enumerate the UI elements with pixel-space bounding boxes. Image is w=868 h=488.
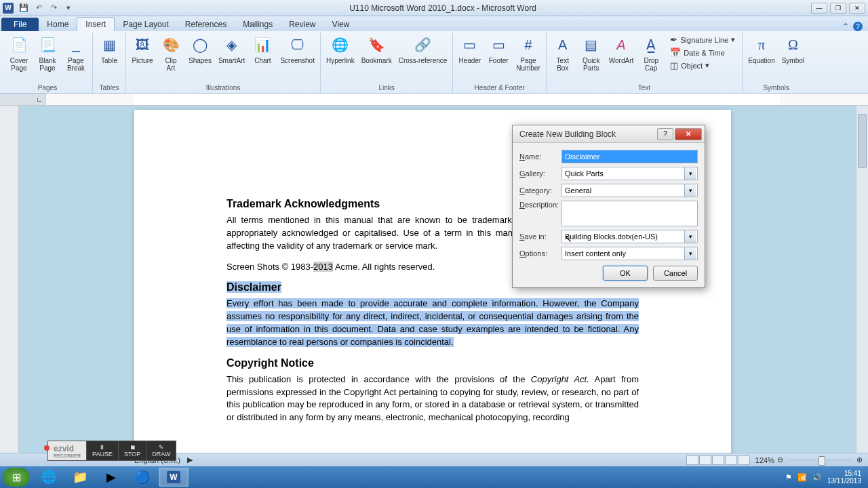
shapes-button[interactable]: ◯Shapes	[186, 33, 214, 66]
taskbar-word-button[interactable]: W	[159, 468, 189, 487]
recorder-pause-button[interactable]: ⏸PAUSE	[86, 441, 118, 460]
screenshot-icon: 🖵	[287, 34, 309, 56]
chart-button[interactable]: 📊Chart	[249, 33, 276, 66]
heading-copyright: Copyright Notice	[226, 357, 639, 369]
view-outline-button[interactable]	[725, 455, 737, 465]
minimize-button[interactable]: —	[811, 3, 827, 14]
ruler-vertical[interactable]	[0, 106, 19, 455]
screenshot-button[interactable]: 🖵Screenshot	[277, 33, 317, 66]
zoom-out-button[interactable]: ⊖	[777, 455, 783, 464]
tab-file[interactable]: File	[1, 18, 39, 31]
symbol-button[interactable]: ΩSymbol	[779, 33, 807, 66]
dialog-title: Create New Building Block	[519, 129, 657, 139]
header-icon: ▭	[459, 34, 481, 56]
taskbar-ie-button[interactable]: 🌐	[34, 468, 64, 487]
table-button[interactable]: ▦Table	[96, 33, 123, 66]
help-icon[interactable]: ?	[853, 22, 863, 31]
label-save-in: Save in:	[519, 232, 561, 241]
recorder-overlay: ezvidRECORDER ⏸PAUSE ⏹STOP ✎DRAW	[47, 441, 176, 461]
recorder-stop-button[interactable]: ⏹STOP	[118, 441, 146, 460]
zoom-in-button[interactable]: ⊕	[856, 455, 863, 464]
dialog-titlebar[interactable]: Create New Building Block ? ✕	[513, 125, 705, 143]
tab-insert[interactable]: Insert	[77, 17, 115, 31]
group-tables: ▦Table Tables	[93, 33, 126, 93]
tray-clock[interactable]: 15:4113/11/2013	[827, 470, 861, 485]
cancel-button[interactable]: Cancel	[653, 266, 698, 281]
footer-button[interactable]: ▭Footer	[485, 33, 512, 66]
hyperlink-button[interactable]: 🌐Hyperlink	[323, 33, 357, 66]
system-tray[interactable]: ⚑ 📶 🔊 15:4113/11/2013	[785, 470, 865, 485]
group-links: 🌐Hyperlink 🔖Bookmark 🔗Cross-reference Li…	[321, 33, 453, 93]
tab-view[interactable]: View	[324, 18, 358, 31]
qat-customize-icon[interactable]: ▾	[62, 2, 75, 14]
close-button[interactable]: ✕	[849, 3, 865, 14]
clip-art-button[interactable]: 🎨Clip Art	[157, 33, 184, 73]
page-break-button[interactable]: ⎯Page Break	[62, 33, 90, 73]
ok-button[interactable]: OK	[603, 266, 648, 281]
category-select[interactable]: General	[561, 184, 698, 197]
date-time-button[interactable]: 📅Date & Time	[667, 47, 738, 58]
signature-line-button[interactable]: ✒Signature Line▾	[667, 34, 738, 45]
tab-page-layout[interactable]: Page Layout	[115, 18, 176, 31]
tray-volume-icon[interactable]: 🔊	[812, 473, 822, 482]
save-in-select[interactable]: Building Blocks.dotx(en-US)	[561, 230, 698, 243]
restore-button[interactable]: ❐	[830, 3, 846, 14]
gallery-select[interactable]: Quick Parts	[561, 167, 698, 180]
smartart-button[interactable]: ◈SmartArt	[216, 33, 248, 66]
taskbar-chrome-button[interactable]: 🔵	[127, 468, 157, 487]
page-number-button[interactable]: #Page Number	[513, 33, 543, 73]
clip-art-icon: 🎨	[160, 34, 182, 56]
wordart-button[interactable]: AWordArt	[606, 33, 637, 66]
save-icon[interactable]: 💾	[18, 2, 30, 14]
bookmark-button[interactable]: 🔖Bookmark	[359, 33, 395, 66]
tab-review[interactable]: Review	[281, 18, 323, 31]
tray-network-icon[interactable]: 📶	[797, 473, 807, 482]
name-input[interactable]	[561, 150, 698, 163]
blank-page-button[interactable]: 📃Blank Page	[34, 33, 61, 73]
object-icon: ◫	[670, 60, 678, 70]
tab-mailings[interactable]: Mailings	[235, 18, 281, 31]
vertical-scrollbar[interactable]	[856, 106, 868, 455]
group-header-footer: ▭Header ▭Footer #Page Number Header & Fo…	[453, 33, 546, 93]
picture-button[interactable]: 🖼Picture	[129, 33, 156, 66]
ribbon-minimize-icon[interactable]: ⌃	[842, 22, 849, 31]
scrollbar-thumb[interactable]	[858, 114, 867, 168]
dialog-help-button[interactable]: ?	[657, 128, 673, 140]
view-web-layout-button[interactable]	[712, 455, 724, 465]
shapes-icon: ◯	[189, 34, 211, 56]
zoom-level[interactable]: 124%	[755, 456, 774, 464]
start-button[interactable]: ⊞	[3, 468, 30, 487]
undo-icon[interactable]: ↶	[33, 2, 45, 14]
document-scroll[interactable]: Trademark Acknowledgments All terms ment…	[19, 106, 868, 455]
text-box-button[interactable]: AText Box	[549, 33, 576, 73]
status-macro-icon[interactable]: ▶	[187, 455, 193, 464]
tab-references[interactable]: References	[177, 18, 235, 31]
tab-home[interactable]: Home	[39, 18, 77, 31]
dialog-close-button[interactable]: ✕	[675, 128, 702, 140]
cross-reference-button[interactable]: 🔗Cross-reference	[396, 33, 450, 66]
redo-icon[interactable]: ↷	[47, 2, 60, 14]
object-button[interactable]: ◫Object▾	[667, 60, 738, 71]
label-options: Options:	[519, 249, 561, 258]
equation-button[interactable]: πEquation	[745, 33, 777, 66]
page-number-icon: #	[517, 34, 539, 56]
taskbar-media-button[interactable]: ▶	[96, 468, 126, 487]
drop-cap-button[interactable]: A̲Drop Cap	[637, 33, 665, 73]
view-draft-button[interactable]	[738, 455, 750, 465]
zoom-slider[interactable]	[786, 459, 854, 462]
cross-ref-icon: 🔗	[412, 34, 434, 56]
header-button[interactable]: ▭Header	[456, 33, 484, 66]
recorder-draw-button[interactable]: ✎DRAW	[146, 441, 176, 460]
wordart-icon: A	[610, 34, 632, 56]
description-textarea[interactable]	[561, 201, 698, 226]
view-full-screen-button[interactable]	[699, 455, 711, 465]
ruler-horizontal[interactable]: ∟	[0, 94, 868, 106]
tab-selector[interactable]: ∟	[0, 94, 46, 105]
tray-flag-icon[interactable]: ⚑	[785, 473, 792, 482]
view-print-layout-button[interactable]	[686, 455, 698, 465]
options-select[interactable]: Insert content only	[561, 247, 698, 260]
taskbar-explorer-button[interactable]: 📁	[65, 468, 95, 487]
window-title: U110 Microsoft Word 2010_1.docx - Micros…	[75, 3, 811, 13]
cover-page-button[interactable]: 📄Cover Page	[5, 33, 33, 73]
quick-parts-button[interactable]: ▤Quick Parts	[578, 33, 605, 73]
